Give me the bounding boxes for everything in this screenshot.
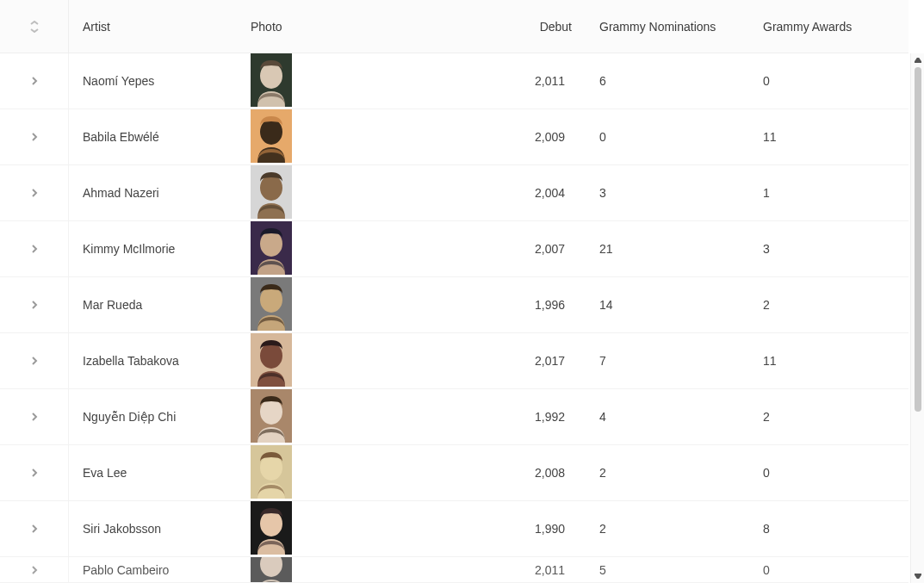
artist-photo [251,53,292,107]
nomination-count: 4 [586,410,749,424]
expand-row-cell [0,389,69,444]
scroll-down-arrow[interactable] [911,569,925,583]
award-count: 0 [749,466,908,480]
nomination-count: 5 [586,563,749,577]
debut-year: 2,011 [495,74,586,88]
nomination-count: 0 [586,130,749,144]
nomination-count: 6 [586,74,749,88]
table-header: Artist Photo Debut Grammy Nominations Gr… [0,0,908,53]
scroll-up-arrow[interactable] [911,53,925,67]
expand-all-toggle[interactable] [0,0,69,53]
debut-year: 2,007 [495,242,586,256]
expand-row-cell [0,557,69,582]
column-header-artist[interactable]: Artist [69,20,237,34]
svg-point-13 [260,399,282,425]
column-header-photo[interactable]: Photo [237,20,495,34]
award-count: 1 [749,186,908,200]
expand-row-cell [0,221,69,276]
svg-point-11 [260,343,282,369]
table-row: Eva Lee 2,008 2 0 [0,445,908,501]
column-header-nominations[interactable]: Grammy Nominations [586,20,749,34]
svg-point-17 [260,511,282,536]
debut-year: 2,008 [495,466,586,480]
artist-name: Izabella Tabakova [69,354,237,368]
nomination-count: 14 [586,298,749,312]
artist-photo [251,445,292,499]
table-row: Pablo Cambeiro 2,011 5 0 [0,557,908,583]
award-count: 8 [749,522,908,536]
svg-point-15 [260,455,282,481]
chevron-right-icon[interactable] [25,183,44,202]
table-row: Izabella Tabakova 2,017 7 11 [0,333,908,389]
debut-year: 1,992 [495,410,586,424]
chevron-right-icon[interactable] [25,561,44,580]
artist-name: Naomí Yepes [69,74,237,88]
chevron-right-icon[interactable] [25,519,44,538]
column-header-awards[interactable]: Grammy Awards [749,20,908,34]
table-row: Kimmy McIlmorie 2,007 21 3 [0,221,908,277]
award-count: 11 [749,130,908,144]
svg-point-9 [260,287,282,313]
chevron-right-icon[interactable] [25,295,44,314]
debut-year: 2,017 [495,354,586,368]
expand-row-cell [0,109,69,164]
artist-photo [251,277,292,331]
chevron-right-icon[interactable] [25,127,44,146]
debut-year: 1,996 [495,298,586,312]
artist-photo [251,333,292,387]
nomination-count: 2 [586,522,749,536]
table-row: Mar Rueda 1,996 14 2 [0,277,908,333]
chevron-right-icon[interactable] [25,407,44,426]
scrollbar[interactable] [910,53,924,583]
artist-name: Mar Rueda [69,298,237,312]
debut-year: 2,009 [495,130,586,144]
svg-point-1 [260,63,282,89]
award-count: 3 [749,242,908,256]
award-count: 11 [749,354,908,368]
table-body: Naomí Yepes 2,011 6 0 Babila Ebwélé 2,00… [0,53,908,583]
artist-photo [251,109,292,163]
artist-photo [251,389,292,443]
chevron-right-icon[interactable] [25,71,44,90]
expand-row-cell [0,501,69,556]
svg-point-5 [260,175,282,201]
nomination-count: 2 [586,466,749,480]
award-count: 2 [749,410,908,424]
artist-name: Kimmy McIlmorie [69,242,237,256]
artist-name: Pablo Cambeiro [69,563,237,577]
svg-point-3 [260,119,282,145]
nomination-count: 21 [586,242,749,256]
artist-name: Eva Lee [69,466,237,480]
expand-row-cell [0,53,69,109]
table-row: Naomí Yepes 2,011 6 0 [0,53,908,109]
svg-point-7 [260,231,282,257]
artist-photo [251,557,292,583]
expand-row-cell [0,165,69,220]
table-row: Ahmad Nazeri 2,004 3 1 [0,165,908,221]
debut-year: 1,990 [495,522,586,536]
artist-name: Babila Ebwélé [69,130,237,144]
artist-name: Ahmad Nazeri [69,186,237,200]
artist-photo [251,501,292,555]
nomination-count: 3 [586,186,749,200]
scrollbar-thumb[interactable] [915,67,921,412]
table-row: Babila Ebwélé 2,009 0 11 [0,109,908,165]
artist-name: Nguyễn Diệp Chi [69,410,237,424]
column-header-debut[interactable]: Debut [495,20,586,34]
table-row: Nguyễn Diệp Chi 1,992 4 2 [0,389,908,445]
award-count: 0 [749,74,908,88]
expand-row-cell [0,445,69,500]
chevron-right-icon[interactable] [25,239,44,258]
debut-year: 2,004 [495,186,586,200]
nomination-count: 7 [586,354,749,368]
chevron-right-icon[interactable] [25,351,44,370]
expand-row-cell [0,333,69,388]
artist-table: Artist Photo Debut Grammy Nominations Gr… [0,0,924,583]
expand-row-cell [0,277,69,332]
table-row: Siri Jakobsson 1,990 2 8 [0,501,908,557]
award-count: 0 [749,563,908,577]
artist-photo [251,165,292,219]
chevron-right-icon[interactable] [25,463,44,482]
award-count: 2 [749,298,908,312]
debut-year: 2,011 [495,563,586,577]
